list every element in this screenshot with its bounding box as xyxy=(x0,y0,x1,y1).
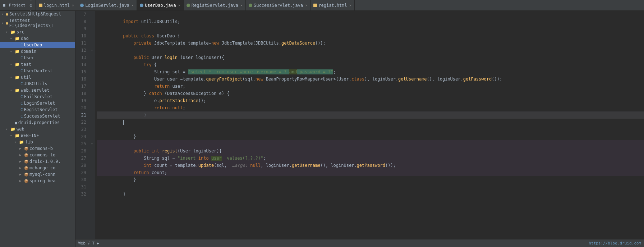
sidebar-item-spring-bean[interactable]: ▶ 📦 spring-bea xyxy=(0,178,75,184)
sidebar-item-lib[interactable]: ▾ 📁 lib xyxy=(0,139,75,145)
run-icon[interactable]: ▶ xyxy=(97,241,99,246)
settings-icon2[interactable]: T xyxy=(92,241,95,246)
sidebar-item-util[interactable]: ▾ 📁 util xyxy=(0,74,75,81)
tab-label: RegistServlet.java xyxy=(192,3,238,8)
code-container[interactable]: 7 8 9 10 11 12 13 14 15 16 17 18 19 20 2… xyxy=(75,11,644,239)
sidebar-item-userdaotest[interactable]: ▾ C UserDaoTest xyxy=(0,68,75,74)
tab-loginservlet[interactable]: LoginServlet.java ✕ xyxy=(77,0,137,10)
sidebar-item-domain[interactable]: ▾ 📁 domain xyxy=(0,48,75,55)
folder-icon: 📁 xyxy=(15,88,20,93)
tab-close-icon[interactable]: ✕ xyxy=(240,3,243,7)
tab-close-icon[interactable]: ✕ xyxy=(72,3,74,7)
sidebar-item-registservlet[interactable]: ▾ C RegistServlet xyxy=(0,106,75,113)
layout-icon[interactable]: ☍ xyxy=(88,241,90,246)
tab-close-icon[interactable]: ✕ xyxy=(132,3,134,7)
java-file-icon: C xyxy=(20,108,23,112)
tab-bar: ■ Project ↻ ⚙ ⋮ login.html ✕ LoginServle… xyxy=(0,0,644,11)
sidebar-item-commons-l[interactable]: ▶ 📦 commons-lo xyxy=(0,152,75,158)
java-file-icon xyxy=(187,4,190,7)
sidebar-item-failservlet[interactable]: ▾ C FailServlet xyxy=(0,93,75,100)
sidebar-item-webinf[interactable]: ▾ 📁 WEB-INF xyxy=(0,132,75,139)
code-line-24 xyxy=(97,133,644,140)
tab-label: regist.html xyxy=(318,3,347,8)
fold-icon xyxy=(89,176,95,183)
line-num: 28 xyxy=(78,162,86,169)
sidebar-item-successservlet[interactable]: ▾ C SuccessServlet xyxy=(0,113,75,119)
expand-arrow-icon: ▾ xyxy=(10,50,14,53)
settings-icon[interactable]: ⚙ xyxy=(28,2,34,9)
code-line-29: } xyxy=(97,169,644,176)
folder-icon: 📁 xyxy=(10,30,15,35)
line-num: 7 xyxy=(78,11,86,18)
project-label: Project xyxy=(8,3,27,8)
line-num: 15 xyxy=(78,68,86,76)
tab-label: login.html xyxy=(44,3,70,8)
code-line-32 xyxy=(97,191,644,198)
sidebar-item-label: commons-lo xyxy=(29,152,55,157)
sidebar-item-webservlet[interactable]: ▾ 📁 web.servlet xyxy=(0,87,75,93)
jar-file-icon: 📦 xyxy=(24,166,28,170)
java-file-icon: C xyxy=(20,56,23,60)
tab-successservlet[interactable]: SuccessServlet.java ✕ xyxy=(246,0,310,10)
code-lines[interactable]: import util.JDBCUtils; public class User… xyxy=(95,11,644,239)
sidebar-item-servlet-http[interactable]: ▾ ■ Servlet&Http&Request xyxy=(0,11,75,17)
tab-close-icon[interactable]: ✕ xyxy=(305,3,307,7)
line-num: 25 xyxy=(78,140,86,147)
fold-icon xyxy=(89,183,95,191)
sidebar-item-label: Testtest F:\IdeaProjects\T xyxy=(9,18,74,28)
tab-close-icon[interactable]: ✕ xyxy=(349,3,351,7)
sidebar-item-label: UserDaoTest xyxy=(24,68,52,73)
tab-close-icon[interactable]: ✕ xyxy=(178,3,180,7)
status-left: Web ☍ T ▶ xyxy=(78,241,99,246)
java-file-icon: C xyxy=(20,101,23,106)
sidebar-item-mchange[interactable]: ▶ 📦 mchange-co xyxy=(0,165,75,171)
line-num: 27 xyxy=(78,155,86,162)
expand-arrow-icon: ▾ xyxy=(10,134,14,137)
tab-userdao[interactable]: UserDao.java ✕ xyxy=(137,0,184,10)
sidebar-item-label: User xyxy=(24,55,34,60)
sidebar-item-druid[interactable]: ▶ 📦 druid-1.0.9. xyxy=(0,158,75,165)
sidebar-item-label: SuccessServlet xyxy=(24,114,60,119)
folder-icon: 📁 xyxy=(15,36,20,41)
fold-icon xyxy=(89,119,95,126)
tab-registservlet[interactable]: RegistServlet.java ✕ xyxy=(184,0,246,10)
sidebar-item-testtest[interactable]: ▾ ■ Testtest F:\IdeaProjects\T xyxy=(0,17,75,29)
fold-icon-collapse2[interactable]: ▾ xyxy=(89,140,95,147)
tab-login-html[interactable]: login.html ✕ xyxy=(36,0,77,10)
module-icon: ■ xyxy=(6,21,8,25)
fold-icon xyxy=(89,61,95,68)
status-link: https://blog.druid.com xyxy=(589,241,641,246)
sidebar-item-mysql-conn[interactable]: ▶ 📦 mysql-conn xyxy=(0,171,75,178)
sidebar-item-web[interactable]: ▾ 📁 web xyxy=(0,126,75,132)
fold-icon-collapse[interactable]: ▾ xyxy=(89,47,95,54)
java-file-icon: C xyxy=(20,114,23,119)
folder-icon: 📁 xyxy=(15,62,20,67)
tab-bar-left: ■ Project ↻ ⚙ ⋮ xyxy=(0,0,36,10)
line-num: 14 xyxy=(78,61,86,68)
sidebar-item-label: Servlet&Http&Request xyxy=(9,12,61,17)
sidebar-item-label: mchange-co xyxy=(29,165,55,170)
expand-arrow-icon: ▶ xyxy=(19,153,23,157)
sidebar-item-userdao[interactable]: ▾ C UserDao xyxy=(0,42,75,48)
expand-arrow-icon: ▾ xyxy=(10,76,14,79)
line-num: 16 xyxy=(78,76,86,83)
code-line-22 xyxy=(97,119,644,126)
sidebar-item-loginservlet[interactable]: ▾ C LoginServlet xyxy=(0,100,75,106)
sidebar-item-label: mysql-conn xyxy=(29,172,55,177)
tab-regist-html[interactable]: regist.html ✕ xyxy=(310,0,355,10)
sidebar-item-dao[interactable]: ▾ 📁 dao xyxy=(0,35,75,42)
sidebar-item-test[interactable]: ▾ 📁 test xyxy=(0,61,75,68)
jar-file-icon: 📦 xyxy=(24,173,28,177)
fold-icon xyxy=(89,90,95,97)
sidebar-item-src[interactable]: ▾ 📁 src xyxy=(0,29,75,35)
folder-icon: 📁 xyxy=(15,49,20,54)
html-file-icon xyxy=(313,4,317,7)
java-file-icon: C xyxy=(20,82,23,86)
sidebar-item-commons-b[interactable]: ▶ 📦 commons-b xyxy=(0,145,75,152)
sidebar-item-label: RegistServlet xyxy=(24,107,58,112)
sidebar-item-user[interactable]: ▾ C User xyxy=(0,55,75,61)
java-file-icon: C xyxy=(20,43,23,47)
code-line-14: String sql = "select * from user where u… xyxy=(97,61,644,68)
sidebar-item-jdbcutils[interactable]: ▾ C JDBCUtils xyxy=(0,81,75,87)
sidebar-item-druid-props[interactable]: ▾ ■ druid.properties xyxy=(0,119,75,126)
